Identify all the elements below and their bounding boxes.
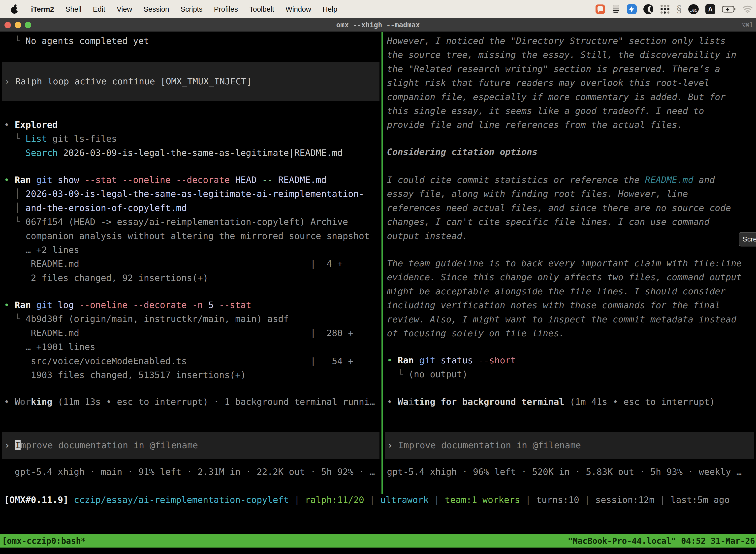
text-segment — [4, 148, 25, 158]
apple-logo-icon[interactable] — [10, 4, 19, 14]
menu-item[interactable]: Session — [138, 5, 175, 13]
thinking-heading: Considering citation options — [387, 145, 756, 159]
model-status-right: gpt-5.4 xhigh · 96% left · 520K in · 5.8… — [387, 465, 756, 479]
text-segment: No agents completed yet — [25, 36, 149, 46]
text-segment: might be acceptable alongside the file l… — [387, 286, 726, 296]
text-segment: Ran — [15, 175, 31, 185]
menu-item[interactable]: Toolbelt — [244, 5, 280, 13]
waiting-status-line: • Waiting for background terminal (1m 41… — [387, 395, 756, 409]
input-source-icon[interactable]: A — [705, 4, 715, 14]
terminal-line: companion analysis without altering the … — [4, 229, 381, 243]
text-segment: ralph:11/20 — [305, 495, 364, 505]
battery-icon[interactable] — [722, 6, 736, 13]
text-segment: | — [364, 495, 380, 505]
screen-share-button[interactable]: Scre — [739, 232, 756, 246]
text-segment: status — [435, 355, 478, 365]
squiggle-icon[interactable]: § — [677, 4, 682, 14]
menu-item[interactable]: Scripts — [175, 5, 208, 13]
terminal-line: • Waiting for background terminal (1m 41… — [387, 395, 756, 409]
text-segment: README.md | 4 + — [4, 259, 342, 269]
text-segment: Explored — [15, 120, 58, 130]
terminal-line: the source tree, missing the essay. Stil… — [387, 48, 756, 62]
battery-percent-badge-icon[interactable]: ..61 — [688, 4, 699, 14]
terminal-line: gpt-5.4 xhigh · main · 91% left · 2.31M … — [4, 465, 381, 479]
menu-status-icons: § ..61 A — [595, 0, 753, 18]
menu-item[interactable]: Edit — [87, 5, 111, 13]
text-segment: I could cite commit statistics or refere… — [387, 175, 645, 185]
terminal-line: │ 2026-03-09-is-legal-the-same-as-legiti… — [4, 187, 381, 201]
text-segment: └ — [4, 314, 25, 324]
text-segment: List — [25, 133, 47, 144]
text-segment: and-the-erosion-of-copyleft.md — [25, 203, 187, 213]
text-segment: • — [4, 120, 15, 130]
wifi-icon[interactable] — [743, 5, 753, 13]
text-segment — [31, 175, 36, 185]
text-segment: Ralph loop active continue [OMX_TMUX_INJ… — [15, 76, 252, 87]
dots-grid-icon[interactable] — [660, 4, 670, 14]
menu-item[interactable]: View — [111, 5, 138, 13]
text-segment: │ — [4, 203, 25, 213]
git-log-block: • Ran git log --oneline --decorate -n 5 … — [4, 298, 381, 382]
tmux-session-label[interactable]: [omx-cczip0:bash* — [0, 536, 86, 546]
text-segment: team:1 workers — [445, 495, 520, 505]
screen-recording-indicator-icon[interactable] — [595, 4, 605, 14]
text-segment: HEAD — [230, 175, 262, 185]
text-segment: of focusing solely on file lines. — [387, 328, 564, 338]
model-status-left: gpt-5.4 xhigh · main · 91% left · 2.31M … — [4, 465, 381, 479]
terminal-line: The team guideline is to back every impo… — [387, 257, 756, 270]
tmux-status-bar: [omx-cczip0:bash* "MacBook-Pro-44.local"… — [0, 534, 756, 548]
terminal-line: output instead. — [387, 229, 756, 243]
menu-bar: iTerm2ShellEditViewSessionScriptsProfile… — [0, 0, 756, 18]
crescent-icon[interactable] — [643, 4, 653, 14]
terminal-line: … +2 lines — [4, 243, 381, 257]
text-segment: mprove documentation in @filename — [20, 440, 198, 450]
text-segment: | — [520, 495, 536, 505]
text-segment: review. Also, I might want to inspect th… — [387, 314, 737, 324]
terminal-line: • Ran git show --stat --oneline --decora… — [4, 173, 381, 187]
text-segment: companion file, especially if more comme… — [387, 92, 726, 102]
git-show-block: • Ran git show --stat --oneline --decora… — [4, 173, 381, 285]
menu-item[interactable]: Shell — [60, 5, 87, 13]
text-segment: this single essay, it seems like a good … — [387, 106, 704, 116]
text-segment — [414, 355, 419, 365]
window-title: omx --xhigh --madmax — [0, 18, 756, 32]
menu-item[interactable]: Window — [280, 5, 317, 13]
window-title-bar: omx --xhigh --madmax ⌥⌘1 — [0, 18, 756, 32]
terminal-line: └ 4b9d30f (origin/main, instructkr/main,… — [4, 312, 381, 326]
prompt-input-right[interactable]: › Improve documentation in @filename — [385, 432, 754, 459]
git-status-block: • Ran git status --short └ (no output) — [387, 353, 756, 382]
terminal-line: references need actual files, and since … — [387, 201, 756, 215]
text-segment: changes, I can't cite specific file line… — [387, 217, 709, 227]
terminal-line: 2 files changed, 92 insertions(+) — [4, 271, 381, 285]
text-segment: show — [52, 175, 84, 185]
text-segment: essay file, along with finding root file… — [387, 189, 688, 199]
terminal-line: └ 067f154 (HEAD -> essay/ai-reimplementa… — [4, 215, 381, 229]
text-segment: git ls-files — [47, 133, 117, 144]
blue-bolt-badge-icon[interactable] — [627, 4, 637, 14]
terminal-line: However, I noticed the "Directory Struct… — [387, 34, 756, 48]
text-segment: --short — [479, 355, 516, 365]
menu-item[interactable]: iTerm2 — [25, 5, 60, 13]
terminal-line: │ and-the-erosion-of-copyleft.md — [4, 201, 381, 215]
text-segment: ultrawork — [380, 495, 429, 505]
text-segment: the "Related research writing" section i… — [387, 64, 720, 74]
terminal-line: • Ran git log --oneline --decorate -n 5 … — [4, 298, 381, 312]
terminal-line: might be acceptable alongside the file l… — [387, 284, 756, 298]
agents-summary: └ No agents completed yet — [4, 34, 381, 48]
text-segment: ting for background terminal — [414, 397, 564, 407]
text-segment: | — [579, 495, 595, 505]
text-segment: └ — [387, 369, 408, 379]
terminal-line: • Working (11m 13s • esc to interrupt) ·… — [4, 395, 381, 409]
text-segment: king — [31, 397, 52, 407]
prompt-input-left[interactable]: › Improve documentation in @filename — [2, 432, 379, 459]
text-segment: src/voice/voiceModeEnabled.ts | 54 + — [4, 356, 354, 366]
text-segment: 4b9d30f (origin/main, instructkr/main, m… — [25, 314, 289, 324]
text-segment: └ — [4, 217, 25, 227]
password-manager-icon[interactable] — [612, 4, 620, 14]
text-segment: -- — [262, 175, 272, 185]
menu-item[interactable]: Profiles — [208, 5, 244, 13]
menu-item[interactable]: Help — [317, 5, 343, 13]
text-segment: gpt-5.4 xhigh · main · 91% left · 2.31M … — [4, 466, 375, 477]
terminal-line: this single essay, it seems like a good … — [387, 104, 756, 118]
text-segment: (1m 41s • esc to interrupt) — [564, 397, 715, 407]
